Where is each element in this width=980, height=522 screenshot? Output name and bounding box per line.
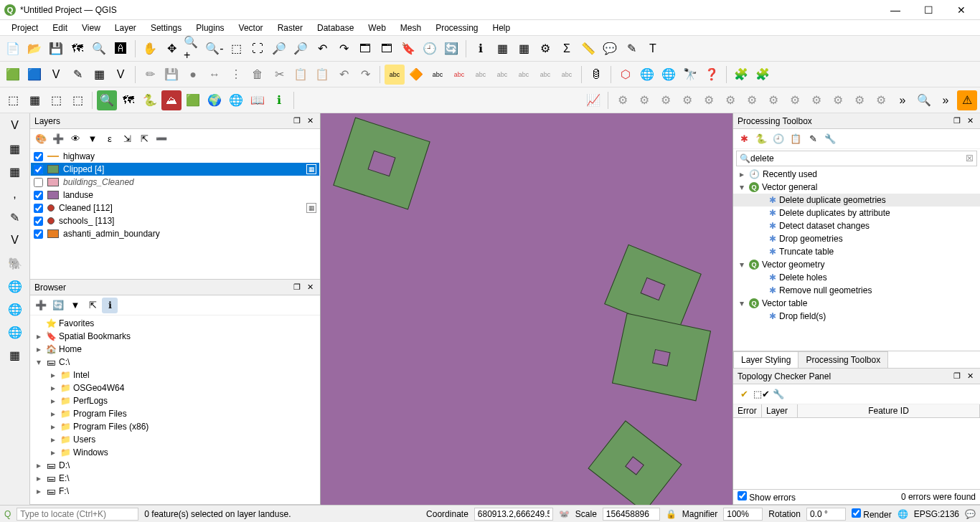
- new-3d-view-icon[interactable]: 🗔: [377, 39, 397, 59]
- add-raster-icon[interactable]: 🟦: [24, 65, 44, 85]
- zoom-layer-icon[interactable]: 🔎: [291, 39, 311, 59]
- layers-close-icon[interactable]: ✕: [304, 115, 316, 127]
- layer-row[interactable]: Cleaned [112]▦: [31, 201, 319, 214]
- new-scratch-icon[interactable]: ▦: [89, 65, 109, 85]
- help-icon[interactable]: ❓: [702, 65, 722, 85]
- diagram-icon[interactable]: 🔶: [406, 65, 426, 85]
- menu-project[interactable]: Project: [4, 22, 45, 34]
- add-delimited-text-icon[interactable]: ,: [4, 184, 26, 205]
- layer-row[interactable]: Clipped [4]▦: [31, 163, 319, 176]
- proc-script-icon[interactable]: 🐍: [753, 131, 769, 147]
- proc-history-icon[interactable]: 🕘: [771, 131, 786, 147]
- processing-node[interactable]: ✱Delete duplicates by attribute: [733, 207, 980, 219]
- add-postgis-icon[interactable]: 🐘: [4, 252, 26, 274]
- processing-node[interactable]: ✱Delete holes: [733, 271, 980, 284]
- copy-icon[interactable]: 📋: [291, 65, 311, 85]
- zoom-last-icon[interactable]: ↶: [312, 39, 332, 59]
- processing-node[interactable]: ▾QVector geometry: [733, 258, 980, 271]
- proc-options-icon[interactable]: 🔧: [822, 131, 838, 147]
- magnifier-input[interactable]: [727, 509, 759, 519]
- osm-download-icon[interactable]: ⬡: [616, 65, 636, 85]
- col-featureid[interactable]: Feature ID: [798, 404, 980, 417]
- layer-visibility-icon[interactable]: 👁: [67, 131, 83, 147]
- paste-icon[interactable]: 📋: [312, 65, 332, 85]
- add-virtual-layer-icon[interactable]: V: [4, 229, 26, 251]
- browser-node[interactable]: ▸📁Program Files (x86): [32, 420, 319, 433]
- processing-undock-icon[interactable]: ❐: [951, 115, 963, 127]
- statistics-icon[interactable]: Σ: [557, 39, 577, 59]
- move-label-icon[interactable]: abc: [514, 65, 534, 85]
- menu-database[interactable]: Database: [310, 22, 361, 34]
- zoom-out-icon[interactable]: 🔍-: [204, 39, 225, 59]
- digitize-12-icon[interactable]: ⚙: [849, 90, 870, 110]
- menu-web[interactable]: Web: [361, 22, 392, 34]
- map-canvas[interactable]: [321, 113, 732, 505]
- expand-icon[interactable]: ▸: [49, 370, 57, 380]
- lock-scale-icon[interactable]: 🔒: [666, 509, 677, 519]
- layer-row[interactable]: buildings_Cleaned: [31, 176, 319, 189]
- digitize-11-icon[interactable]: ⚙: [828, 90, 848, 110]
- browser-node[interactable]: ⭐Favorites: [32, 317, 319, 330]
- digitize-3-icon[interactable]: ⚙: [656, 90, 676, 110]
- layers-undock-icon[interactable]: ❐: [291, 115, 303, 127]
- processing-search-input[interactable]: [750, 153, 966, 163]
- show-errors-check[interactable]: Show errors: [738, 491, 796, 503]
- locator-input[interactable]: [20, 509, 135, 519]
- crs-label[interactable]: EPSG:2136: [914, 509, 959, 519]
- more-2-icon[interactable]: »: [936, 90, 956, 110]
- menu-vector[interactable]: Vector: [232, 22, 270, 34]
- open-project-icon[interactable]: 📂: [24, 39, 44, 59]
- layer-expand-icon[interactable]: ⇲: [119, 131, 135, 147]
- add-vector-icon[interactable]: 🟩: [3, 65, 23, 85]
- digitize-7-icon[interactable]: ⚙: [742, 90, 762, 110]
- layer-row[interactable]: landuse: [31, 189, 319, 201]
- plugin-3-icon[interactable]: 🟩: [183, 90, 203, 110]
- more-icon[interactable]: »: [892, 90, 913, 110]
- render-check[interactable]: Render: [852, 508, 892, 520]
- annotation-icon[interactable]: ✎: [621, 39, 641, 59]
- layer-style-icon[interactable]: 🎨: [33, 131, 49, 147]
- menu-layer[interactable]: Layer: [108, 22, 143, 34]
- expand-icon[interactable]: ▸: [49, 422, 57, 432]
- select-features-icon[interactable]: ⬚: [3, 90, 23, 110]
- digitize-8-icon[interactable]: ⚙: [763, 90, 783, 110]
- node-tool-icon[interactable]: ⋮: [226, 65, 246, 85]
- add-wcs-icon[interactable]: 🌐: [4, 298, 26, 320]
- deselect-icon[interactable]: ⬚: [46, 90, 66, 110]
- zoom-next-icon[interactable]: ↷: [334, 39, 354, 59]
- browser-refresh-icon[interactable]: 🔄: [50, 298, 66, 313]
- processing-node[interactable]: ✱Truncate table: [733, 245, 980, 258]
- layer-list[interactable]: highwayClipped [4]▦buildings_Cleanedland…: [30, 149, 320, 279]
- label-tool-icon[interactable]: abc: [428, 65, 448, 85]
- layer-visibility-checkbox[interactable]: [34, 178, 43, 187]
- browser-node[interactable]: ▸📁Users: [32, 433, 319, 446]
- layer-visibility-checkbox[interactable]: [34, 191, 43, 200]
- grass-icon[interactable]: ⛰: [161, 90, 182, 110]
- browser-node[interactable]: ▸📁Intel: [32, 369, 319, 381]
- browser-close-icon[interactable]: ✕: [304, 282, 316, 293]
- plugin-4-icon[interactable]: 🌍: [204, 90, 225, 110]
- processing-tree[interactable]: ▸🕘Recently used▾QVector general✱Delete d…: [733, 168, 980, 351]
- layer-visibility-checkbox[interactable]: [34, 217, 43, 226]
- zoom-selection-icon[interactable]: 🔎: [269, 39, 289, 59]
- menu-plugins[interactable]: Plugins: [189, 22, 231, 34]
- digitize-5-icon[interactable]: ⚙: [699, 90, 719, 110]
- rotation-input[interactable]: [810, 509, 842, 519]
- add-wms-icon[interactable]: 🌐: [4, 275, 26, 297]
- plugin-6-icon[interactable]: 📖: [248, 90, 268, 110]
- expand-icon[interactable]: ▸: [738, 169, 746, 179]
- processing-node[interactable]: ✱Remove null geometries: [733, 284, 980, 297]
- abc-label-icon[interactable]: abc: [385, 65, 405, 85]
- browser-node[interactable]: ▸📁PerfLogs: [32, 394, 319, 407]
- scale-input[interactable]: [606, 509, 656, 519]
- refresh-icon[interactable]: 🔄: [441, 39, 461, 59]
- osm-search-icon[interactable]: 🔭: [680, 65, 700, 85]
- col-layer[interactable]: Layer: [762, 404, 798, 417]
- chart-icon[interactable]: 📈: [583, 90, 603, 110]
- georeferencer-icon[interactable]: 🗺: [118, 90, 138, 110]
- zoom-native-icon[interactable]: ⬚: [226, 39, 246, 59]
- plugin-2-icon[interactable]: 🧩: [753, 65, 773, 85]
- tab-processing-toolbox[interactable]: Processing Toolbox: [798, 351, 888, 368]
- processing-node[interactable]: ✱Detect dataset changes: [733, 219, 980, 232]
- delete-selected-icon[interactable]: 🗑: [248, 65, 268, 85]
